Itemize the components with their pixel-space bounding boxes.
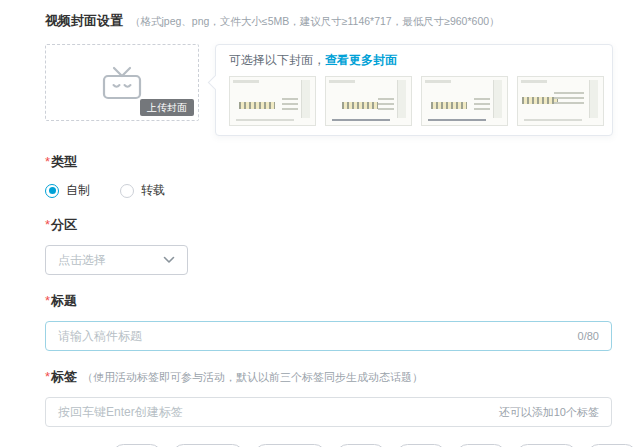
cover-upload-dropzone[interactable]: 上传封面 [45, 44, 199, 121]
title-label-text: 标题 [51, 293, 77, 308]
required-mark: * [45, 217, 50, 232]
thumbnail-detail [342, 102, 378, 109]
cover-picker-prefix: 可选择以下封面， [229, 53, 325, 67]
cover-thumbnail[interactable] [325, 76, 412, 126]
type-radio-group: 自制 转载 [45, 182, 612, 199]
tags-field-label: *标签（使用活动标签即可参与活动，默认以前三个标签同步生成动态话题） [45, 368, 612, 386]
title-input-placeholder: 请输入稿件标题 [58, 328, 142, 345]
type-radio-option[interactable]: 自制 [45, 182, 90, 199]
chevron-down-icon [163, 256, 175, 264]
tags-label-text: 标签 [51, 369, 77, 384]
thumbnail-detail [524, 119, 582, 121]
radio-icon[interactable] [120, 184, 134, 198]
tags-input[interactable]: 按回车键Enter创建标签 还可以添加10个标签 [45, 397, 612, 427]
cover-format-note: （格式jpeg、png，文件大小≤5MB，建议尺寸≥1146*717，最低尺寸≥… [130, 15, 500, 29]
thumbnail-detail [474, 98, 490, 110]
cover-thumbnail-strip [229, 76, 604, 126]
thumbnail-detail [554, 92, 584, 104]
cover-section: 上传封面 可选择以下封面，查看更多封面 [45, 44, 612, 136]
tv-icon [99, 65, 145, 101]
thumbnail-detail [239, 102, 275, 109]
category-field-label: *分区 [45, 216, 612, 234]
cover-picker-bubble: 可选择以下封面，查看更多封面 [215, 44, 613, 136]
title-input[interactable]: 请输入稿件标题 0/80 [45, 321, 612, 351]
thumbnail-detail [332, 119, 390, 121]
thumbnail-detail [282, 98, 298, 110]
title-field-label: *标题 [45, 292, 612, 310]
category-select-placeholder: 点击选择 [58, 252, 106, 269]
required-mark: * [45, 154, 50, 169]
required-mark: * [45, 369, 50, 384]
title-char-counter: 0/80 [578, 330, 599, 342]
thumbnail-detail [428, 119, 486, 121]
type-radio-option[interactable]: 转载 [120, 182, 165, 199]
upload-cover-button[interactable]: 上传封面 [140, 99, 194, 116]
thumbnail-detail [431, 102, 467, 109]
cover-settings-title: 视频封面设置 [45, 12, 123, 30]
thumbnail-detail [236, 119, 294, 121]
cover-settings-header: 视频封面设置 （格式jpeg、png，文件大小≤5MB，建议尺寸≥1146*71… [45, 12, 612, 30]
cover-thumbnail[interactable] [421, 76, 508, 126]
radio-icon[interactable] [45, 184, 59, 198]
category-select[interactable]: 点击选择 [45, 245, 188, 275]
required-mark: * [45, 293, 50, 308]
view-more-covers-link[interactable]: 查看更多封面 [325, 53, 397, 67]
radio-label: 自制 [66, 182, 90, 199]
category-label-text: 分区 [51, 217, 77, 232]
thumbnail-detail [522, 97, 558, 104]
video-submit-page: 视频封面设置 （格式jpeg、png，文件大小≤5MB，建议尺寸≥1146*71… [0, 0, 640, 447]
type-field-label: *类型 [45, 153, 612, 171]
radio-label: 转载 [141, 182, 165, 199]
cover-thumbnail[interactable] [517, 76, 604, 126]
tags-remaining-note: 还可以添加10个标签 [499, 405, 599, 420]
tags-label-note: （使用活动标签即可参与活动，默认以前三个标签同步生成动态话题） [82, 371, 423, 383]
type-label-text: 类型 [51, 154, 77, 169]
cover-picker-text: 可选择以下封面，查看更多封面 [229, 52, 604, 68]
cover-thumbnail[interactable] [229, 76, 316, 126]
bubble-arrow [208, 75, 224, 91]
thumbnail-detail [378, 98, 394, 110]
tags-input-placeholder: 按回车键Enter创建标签 [58, 404, 183, 421]
